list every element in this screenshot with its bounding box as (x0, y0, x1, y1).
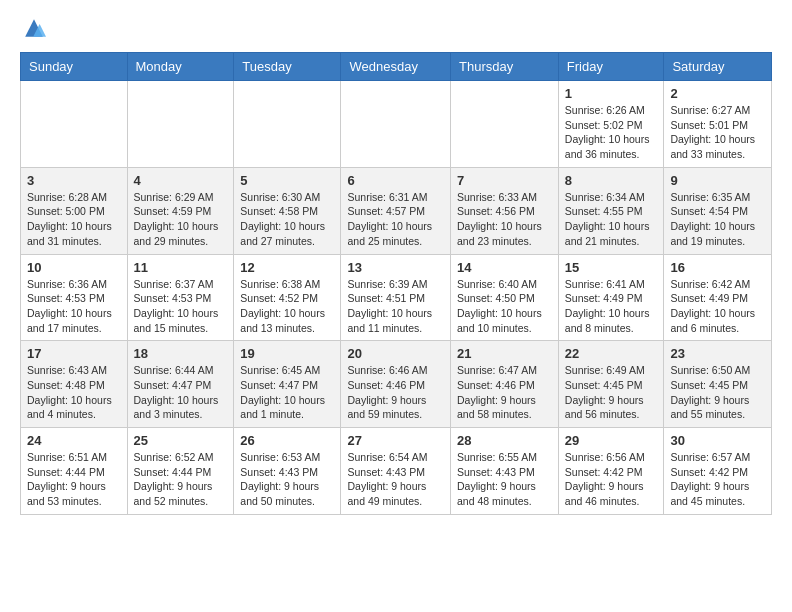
day-header-monday: Monday (127, 53, 234, 81)
day-header-wednesday: Wednesday (341, 53, 451, 81)
day-number: 25 (134, 433, 228, 448)
day-number: 6 (347, 173, 444, 188)
day-info: Sunrise: 6:28 AM Sunset: 5:00 PM Dayligh… (27, 190, 121, 249)
calendar-cell: 8Sunrise: 6:34 AM Sunset: 4:55 PM Daylig… (558, 167, 664, 254)
day-number: 10 (27, 260, 121, 275)
day-number: 4 (134, 173, 228, 188)
week-row-3: 10Sunrise: 6:36 AM Sunset: 4:53 PM Dayli… (21, 254, 772, 341)
calendar-cell: 26Sunrise: 6:53 AM Sunset: 4:43 PM Dayli… (234, 428, 341, 515)
day-info: Sunrise: 6:55 AM Sunset: 4:43 PM Dayligh… (457, 450, 552, 509)
day-info: Sunrise: 6:44 AM Sunset: 4:47 PM Dayligh… (134, 363, 228, 422)
day-info: Sunrise: 6:26 AM Sunset: 5:02 PM Dayligh… (565, 103, 658, 162)
day-info: Sunrise: 6:40 AM Sunset: 4:50 PM Dayligh… (457, 277, 552, 336)
calendar-cell: 14Sunrise: 6:40 AM Sunset: 4:50 PM Dayli… (451, 254, 559, 341)
day-number: 29 (565, 433, 658, 448)
calendar-cell: 24Sunrise: 6:51 AM Sunset: 4:44 PM Dayli… (21, 428, 128, 515)
header-row: SundayMondayTuesdayWednesdayThursdayFrid… (21, 53, 772, 81)
calendar-cell: 28Sunrise: 6:55 AM Sunset: 4:43 PM Dayli… (451, 428, 559, 515)
day-info: Sunrise: 6:42 AM Sunset: 4:49 PM Dayligh… (670, 277, 765, 336)
day-info: Sunrise: 6:37 AM Sunset: 4:53 PM Dayligh… (134, 277, 228, 336)
day-info: Sunrise: 6:36 AM Sunset: 4:53 PM Dayligh… (27, 277, 121, 336)
day-number: 20 (347, 346, 444, 361)
day-info: Sunrise: 6:34 AM Sunset: 4:55 PM Dayligh… (565, 190, 658, 249)
logo (20, 16, 46, 40)
calendar-cell: 9Sunrise: 6:35 AM Sunset: 4:54 PM Daylig… (664, 167, 772, 254)
day-number: 22 (565, 346, 658, 361)
week-row-5: 24Sunrise: 6:51 AM Sunset: 4:44 PM Dayli… (21, 428, 772, 515)
day-number: 23 (670, 346, 765, 361)
day-number: 15 (565, 260, 658, 275)
day-info: Sunrise: 6:30 AM Sunset: 4:58 PM Dayligh… (240, 190, 334, 249)
calendar-cell: 4Sunrise: 6:29 AM Sunset: 4:59 PM Daylig… (127, 167, 234, 254)
day-number: 21 (457, 346, 552, 361)
day-info: Sunrise: 6:50 AM Sunset: 4:45 PM Dayligh… (670, 363, 765, 422)
day-number: 24 (27, 433, 121, 448)
day-info: Sunrise: 6:54 AM Sunset: 4:43 PM Dayligh… (347, 450, 444, 509)
day-number: 9 (670, 173, 765, 188)
day-info: Sunrise: 6:46 AM Sunset: 4:46 PM Dayligh… (347, 363, 444, 422)
calendar-cell: 27Sunrise: 6:54 AM Sunset: 4:43 PM Dayli… (341, 428, 451, 515)
week-row-4: 17Sunrise: 6:43 AM Sunset: 4:48 PM Dayli… (21, 341, 772, 428)
day-info: Sunrise: 6:51 AM Sunset: 4:44 PM Dayligh… (27, 450, 121, 509)
day-number: 5 (240, 173, 334, 188)
day-number: 3 (27, 173, 121, 188)
calendar-cell: 6Sunrise: 6:31 AM Sunset: 4:57 PM Daylig… (341, 167, 451, 254)
day-info: Sunrise: 6:43 AM Sunset: 4:48 PM Dayligh… (27, 363, 121, 422)
calendar-cell: 20Sunrise: 6:46 AM Sunset: 4:46 PM Dayli… (341, 341, 451, 428)
day-number: 19 (240, 346, 334, 361)
calendar-cell (451, 81, 559, 168)
calendar-cell: 10Sunrise: 6:36 AM Sunset: 4:53 PM Dayli… (21, 254, 128, 341)
day-header-thursday: Thursday (451, 53, 559, 81)
day-info: Sunrise: 6:47 AM Sunset: 4:46 PM Dayligh… (457, 363, 552, 422)
logo-text (20, 16, 46, 40)
calendar-cell: 15Sunrise: 6:41 AM Sunset: 4:49 PM Dayli… (558, 254, 664, 341)
calendar-cell: 11Sunrise: 6:37 AM Sunset: 4:53 PM Dayli… (127, 254, 234, 341)
day-info: Sunrise: 6:57 AM Sunset: 4:42 PM Dayligh… (670, 450, 765, 509)
day-info: Sunrise: 6:45 AM Sunset: 4:47 PM Dayligh… (240, 363, 334, 422)
calendar-table: SundayMondayTuesdayWednesdayThursdayFrid… (20, 52, 772, 515)
day-number: 30 (670, 433, 765, 448)
calendar-cell: 18Sunrise: 6:44 AM Sunset: 4:47 PM Dayli… (127, 341, 234, 428)
day-info: Sunrise: 6:41 AM Sunset: 4:49 PM Dayligh… (565, 277, 658, 336)
day-header-saturday: Saturday (664, 53, 772, 81)
day-info: Sunrise: 6:35 AM Sunset: 4:54 PM Dayligh… (670, 190, 765, 249)
day-number: 1 (565, 86, 658, 101)
calendar-cell: 2Sunrise: 6:27 AM Sunset: 5:01 PM Daylig… (664, 81, 772, 168)
day-number: 11 (134, 260, 228, 275)
day-header-friday: Friday (558, 53, 664, 81)
day-info: Sunrise: 6:27 AM Sunset: 5:01 PM Dayligh… (670, 103, 765, 162)
day-info: Sunrise: 6:29 AM Sunset: 4:59 PM Dayligh… (134, 190, 228, 249)
day-info: Sunrise: 6:52 AM Sunset: 4:44 PM Dayligh… (134, 450, 228, 509)
calendar-cell: 29Sunrise: 6:56 AM Sunset: 4:42 PM Dayli… (558, 428, 664, 515)
calendar-cell: 25Sunrise: 6:52 AM Sunset: 4:44 PM Dayli… (127, 428, 234, 515)
day-info: Sunrise: 6:38 AM Sunset: 4:52 PM Dayligh… (240, 277, 334, 336)
day-info: Sunrise: 6:33 AM Sunset: 4:56 PM Dayligh… (457, 190, 552, 249)
day-info: Sunrise: 6:49 AM Sunset: 4:45 PM Dayligh… (565, 363, 658, 422)
day-header-sunday: Sunday (21, 53, 128, 81)
calendar-cell: 3Sunrise: 6:28 AM Sunset: 5:00 PM Daylig… (21, 167, 128, 254)
day-number: 18 (134, 346, 228, 361)
day-number: 14 (457, 260, 552, 275)
day-info: Sunrise: 6:56 AM Sunset: 4:42 PM Dayligh… (565, 450, 658, 509)
day-info: Sunrise: 6:31 AM Sunset: 4:57 PM Dayligh… (347, 190, 444, 249)
calendar-cell: 5Sunrise: 6:30 AM Sunset: 4:58 PM Daylig… (234, 167, 341, 254)
calendar-cell: 17Sunrise: 6:43 AM Sunset: 4:48 PM Dayli… (21, 341, 128, 428)
calendar-cell: 23Sunrise: 6:50 AM Sunset: 4:45 PM Dayli… (664, 341, 772, 428)
calendar-cell (127, 81, 234, 168)
day-number: 16 (670, 260, 765, 275)
day-number: 17 (27, 346, 121, 361)
day-number: 28 (457, 433, 552, 448)
calendar-cell: 22Sunrise: 6:49 AM Sunset: 4:45 PM Dayli… (558, 341, 664, 428)
day-number: 13 (347, 260, 444, 275)
day-number: 8 (565, 173, 658, 188)
calendar-cell: 13Sunrise: 6:39 AM Sunset: 4:51 PM Dayli… (341, 254, 451, 341)
calendar-cell (21, 81, 128, 168)
day-info: Sunrise: 6:39 AM Sunset: 4:51 PM Dayligh… (347, 277, 444, 336)
calendar-cell: 12Sunrise: 6:38 AM Sunset: 4:52 PM Dayli… (234, 254, 341, 341)
calendar-cell (234, 81, 341, 168)
day-number: 26 (240, 433, 334, 448)
day-header-tuesday: Tuesday (234, 53, 341, 81)
page: SundayMondayTuesdayWednesdayThursdayFrid… (0, 0, 792, 531)
day-number: 12 (240, 260, 334, 275)
calendar-cell: 16Sunrise: 6:42 AM Sunset: 4:49 PM Dayli… (664, 254, 772, 341)
